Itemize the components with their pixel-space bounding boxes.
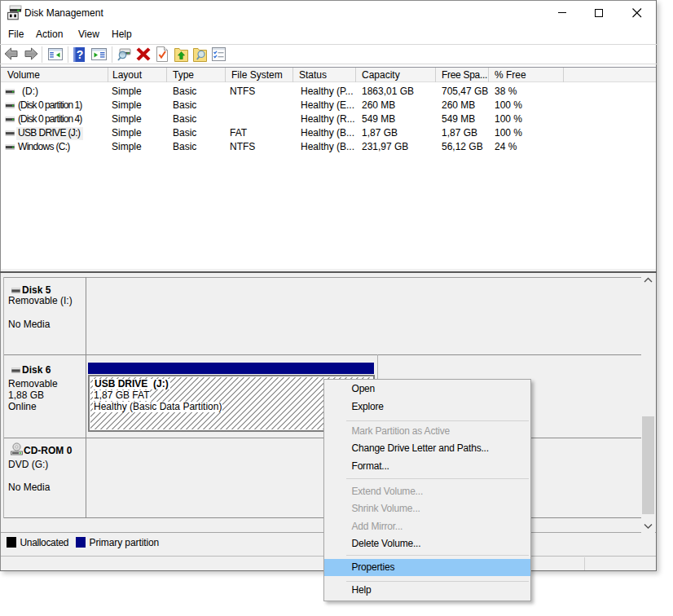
svg-text:?: ? — [77, 48, 84, 61]
